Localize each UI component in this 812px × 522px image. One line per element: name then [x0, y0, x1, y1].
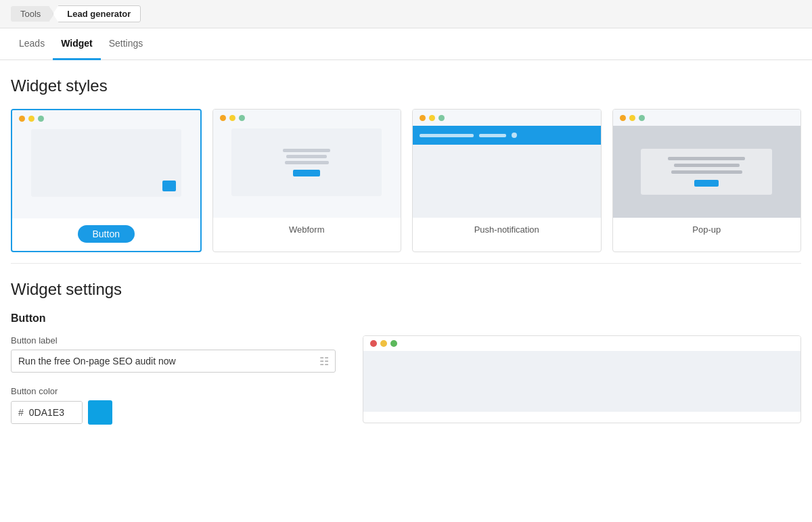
widget-styles-grid: Button Webform [11, 109, 801, 252]
button-label-label: Button label [11, 335, 336, 346]
push-header-line-2 [479, 134, 506, 137]
webform-lines [283, 149, 330, 176]
widget-card-popup[interactable]: Pop-up [612, 109, 802, 252]
tab-settings[interactable]: Settings [101, 28, 152, 60]
popup-cta-btn [694, 180, 719, 187]
dot-green [639, 115, 645, 121]
widget-card-popup-preview [613, 110, 801, 218]
traffic-lights-push [413, 110, 451, 124]
color-swatch[interactable] [88, 400, 112, 425]
webform-preview-box [231, 128, 382, 196]
tab-widget[interactable]: Widget [53, 28, 101, 60]
button-label-input-wrapper: ☷ [11, 350, 336, 373]
breadcrumb: Tools Lead generator [0, 0, 812, 28]
push-preview-box [413, 126, 601, 218]
widget-card-push[interactable]: Push-notification [412, 109, 602, 252]
popup-line-3 [671, 170, 742, 174]
widget-card-button[interactable]: Button [11, 109, 202, 252]
button-preview-cta [162, 181, 176, 191]
widget-settings-subsection: Button [11, 312, 801, 325]
preview-panel-body [363, 351, 800, 412]
preview-dot-green [390, 340, 397, 347]
preview-panel [363, 335, 801, 423]
wf-line-3 [285, 161, 329, 164]
preview-dot-yellow [380, 340, 387, 347]
dot-red [420, 115, 426, 121]
preview-panel-header [363, 336, 800, 351]
dot-yellow [629, 115, 635, 121]
tab-leads[interactable]: Leads [11, 28, 53, 60]
widget-card-push-label: Push-notification [474, 224, 539, 235]
main-content: Widget styles Button [0, 60, 812, 454]
wf-btn [293, 170, 320, 176]
dot-green [438, 115, 445, 121]
dot-yellow [429, 115, 435, 121]
traffic-lights-button [12, 110, 51, 124]
popup-preview-box [613, 126, 801, 218]
tabs-bar: Leads Widget Settings [0, 28, 812, 60]
breadcrumb-tools[interactable]: Tools [11, 6, 54, 22]
widget-card-button-preview [12, 110, 200, 218]
popup-modal [641, 149, 772, 195]
settings-form: Button label ☷ Button color # [11, 335, 336, 438]
button-color-label: Button color [11, 386, 336, 396]
button-label-field: Button label ☷ [11, 335, 336, 373]
dot-green [239, 115, 245, 121]
section-divider [11, 263, 801, 264]
preview-dot-red [370, 340, 377, 347]
settings-row: Button label ☷ Button color # [11, 335, 801, 438]
wf-line-1 [283, 149, 330, 152]
dot-green [38, 116, 44, 122]
push-close-dot [512, 133, 517, 138]
traffic-lights-webform [213, 110, 252, 124]
widget-styles-title: Widget styles [11, 76, 801, 95]
color-input-group: # [11, 401, 83, 424]
widget-settings-title: Widget settings [11, 280, 801, 299]
widget-card-button-label: Button [78, 225, 135, 243]
widget-card-webform[interactable]: Webform [212, 109, 402, 252]
push-header-line-1 [420, 134, 474, 137]
traffic-lights-popup [613, 110, 652, 124]
color-field-wrapper: # [11, 400, 336, 425]
dot-yellow [28, 116, 35, 122]
widget-card-popup-label: Pop-up [692, 224, 721, 235]
hash-label: # [12, 402, 28, 423]
dot-red [19, 116, 25, 122]
hex-value-input[interactable] [28, 402, 82, 423]
wf-line-2 [286, 155, 327, 158]
breadcrumb-current: Lead generator [53, 5, 141, 22]
widget-card-webform-preview [213, 110, 401, 218]
edit-icon: ☷ [319, 355, 329, 368]
button-style-preview-box [31, 129, 181, 197]
dot-yellow [229, 115, 235, 121]
push-header-bar [413, 126, 601, 145]
popup-line-1 [668, 157, 745, 160]
popup-line-2 [674, 164, 740, 167]
button-color-field: Button color # [11, 386, 336, 425]
widget-card-webform-label: Webform [289, 224, 325, 235]
dot-red [620, 115, 626, 121]
button-label-input[interactable] [11, 350, 336, 373]
widget-card-push-preview [413, 110, 601, 218]
dot-red [220, 115, 226, 121]
